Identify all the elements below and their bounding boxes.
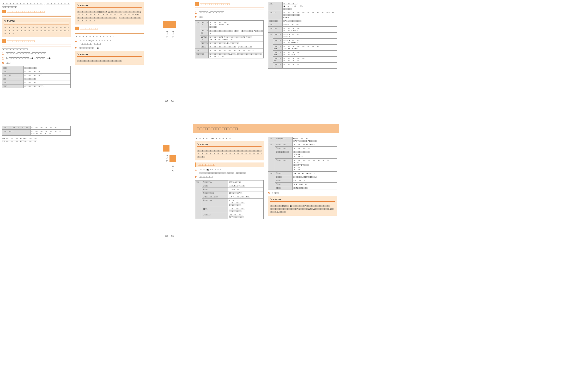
table-cell: □□	[2, 77, 24, 81]
table-cell: □□□24□□□□	[228, 188, 264, 191]
rule	[77, 9, 142, 9]
step-number: 1	[195, 11, 199, 15]
table-row: ▤ □□□□40□□80□□□□	[268, 186, 337, 190]
table-cell: □□□□□□□□□□□□□ □□□□□□□□□□	[228, 207, 264, 213]
table-cell: □□□	[2, 66, 24, 70]
rule	[270, 203, 335, 203]
table-row: ⊞ □□□□1□532□□□□□□7□□	[195, 191, 264, 195]
feature-table: □□□□□□□□□□□□□□□□□□□□□□□□□□□□□□□□□□□□□□□□…	[2, 126, 71, 136]
table-cell: □□40□□80□□□□	[292, 186, 337, 190]
table-row: ⊞ □□□1800□1□1□2099□12□31□	[268, 175, 337, 179]
table-row: □□□□□□□□□□□	[2, 77, 71, 81]
table-cell: □□□□	[200, 45, 208, 49]
gutter-right: カメラ 84	[169, 0, 193, 103]
table-cell: ⊞ □□□No.	[202, 198, 228, 207]
pencil-icon: ✎	[270, 198, 272, 201]
memo-label: memo	[273, 198, 281, 201]
step-text: □□□□□□→□□□□□□□□□	[199, 11, 264, 15]
memo-body: □□□□□□□□□□□□□□□□256□□□512□□□□□□□□□ □□□□□…	[77, 10, 142, 22]
page-number: 83	[165, 100, 168, 102]
page-col-2: ✎ memo □□□□□□□□□□□□□□□□256□□□512□□□□□□□□…	[73, 0, 146, 103]
table-row: □□□□□□□□□□□□□□□□□□□ □□□□□□P.294□	[268, 27, 337, 33]
feature-table: □□□□□□□□□□□□□□□□□□1□□5□□ □□□□1□□□GPS□□□□…	[195, 20, 264, 58]
pencil-icon: ✎	[197, 143, 199, 146]
table-cell: □□□□□□□□□□□□□ □□□□□□P.294□	[282, 27, 337, 33]
banner-title: □□□□□□□□□□□□□□□	[193, 124, 339, 133]
table-cell: □□□□□□□□	[2, 130, 31, 136]
table-cell: □□□□□□□□□	[23, 81, 70, 85]
table-row: □□□□□□P.314□□□□□□□□□ □□□□□□M517□	[268, 39, 337, 45]
step-number: 2	[75, 46, 79, 50]
step-number: 2	[2, 57, 6, 61]
table-cell: 13□□□□□□□	[292, 179, 337, 183]
section-bar: □□□□□□□□□□□□□□□□□□□	[2, 10, 71, 13]
section-title: □□□□□□□□□□□□□□	[7, 40, 35, 43]
table-cell: ⊞ □□□□1□5	[202, 191, 228, 195]
rule	[77, 58, 142, 58]
table-cell: □□□□	[22, 126, 31, 130]
table-row: □□□□□□□□P.83□□□□□□□□□□	[268, 19, 337, 23]
step-text: □□□□□□→□□□□□□□□→□□□□□□□□□	[6, 52, 71, 56]
settings-table: □□□□□□□□□□□□□□□□□□□□□□□□□□□□□□□□□□□□□□□□…	[2, 66, 71, 88]
step-text: □□□□□□→◎ □□□□□□□□□□□□ →□□□□□□□→□□□□	[79, 39, 144, 45]
table-cell: □□□□□□□□□□□ ▣ □□□□□、⊠ □、☒ □ □□□□□□□	[282, 2, 337, 11]
table-row: GPS□□□□□□□□□□□GPS□□□□□□□□□□□□□□GPS□□□□ □…	[195, 35, 264, 41]
page-number: 85	[165, 235, 168, 237]
table-cell: □□□□□□□□□□□□□□□	[23, 85, 70, 88]
table-cell: ⊞ □□□No.	[202, 180, 228, 184]
memo-box: ✎ memo □ □□□□□□□□□□□□□□□□□□□□□□□□□□□□□□□…	[75, 51, 144, 64]
table-cell: □□□	[2, 85, 24, 88]
step-text: □□□□□□□□□	[199, 175, 264, 179]
table-cell: □□□□□	[200, 41, 208, 45]
table-row: □□□□□□□□□□□□□□□□□□□□	[2, 74, 71, 77]
table-row: ⊞ E□□□□□□1□5□□64□□□□□E□□□□6□□	[195, 195, 264, 198]
table-cell: 1800□1□1□2099□12□31□	[292, 175, 337, 179]
rule	[195, 7, 264, 8]
table-cell: □□□□□□	[273, 63, 283, 69]
table-cell: □□□□□□□□□□□□□□□□□□□□	[31, 126, 70, 130]
table-cell: □□□□□□□□□□□□□URL□□□□□□□	[208, 41, 263, 45]
table-cell: ⊞ □□□□□□	[275, 143, 292, 147]
table-cell: □□□□□□□□□1□□5□□ □□□□1□□□GPS□□□□□ □□□□□□	[208, 20, 263, 29]
table-cell: □P.314□□□□□□□□□ □□□□□□M517□	[282, 39, 337, 45]
table-cell: □□□	[2, 70, 24, 74]
page-number: 86	[171, 235, 174, 237]
gutter-right: カメラ 86	[169, 124, 193, 238]
step-number: 1	[195, 168, 199, 174]
rule	[75, 31, 144, 32]
step: 3 □□□	[2, 61, 71, 65]
table-row: □□□□□P.83□□□□□□□□	[268, 23, 337, 27]
table-cell: ⊞ E□□□□□□1□5	[202, 195, 228, 198]
step-number: 2	[195, 15, 199, 19]
table-cell: ⊞ □□□	[275, 175, 292, 179]
section-square-icon	[75, 27, 79, 30]
gutter-left: カメラ 85	[146, 124, 169, 238]
page-col-7: □□□□□□□□□□1,000□□□□□□□□□□□ ✎ memo □□□□□□…	[193, 135, 266, 238]
section-square-icon	[2, 39, 6, 43]
table-cell: ⊞ GPS□□	[275, 137, 292, 143]
table-cell: □□□	[268, 2, 283, 11]
table-cell: GPS□□	[200, 35, 208, 41]
text: □□□□□□□□□□□□□□□□□□	[2, 48, 71, 51]
table-cell: □□□□□□	[200, 29, 208, 35]
table-cell: □□□□□□	[2, 74, 24, 77]
step: 2 □□□□□□□□□□→◉	[75, 46, 144, 50]
step-number: 1	[75, 39, 79, 45]
table-cell: ⊞ □□□	[275, 172, 292, 175]
memo-header: ✎ memo	[77, 53, 142, 57]
memo-box: ✎ memo □□□□□□□□□P.88□□ ▣ □□□□□□□□□+□□□□□…	[268, 196, 337, 215]
table-cell: □□□□	[2, 126, 11, 130]
table-row: ⊞ □□□No.20□□□□□ □□□□□□□□□□□□□ 0□□□□□□□□□	[195, 198, 264, 207]
tab-label: カメラ	[171, 29, 174, 37]
tab-label: カメラ	[165, 29, 168, 37]
step-text: □□□□□□□□□□→◉	[79, 46, 144, 50]
table-row: ⊞ □□C□□□□□□□□□□□□□□□□□□ □P.299□ □□□□M2□	[268, 150, 337, 159]
table-cell: □□□□□	[273, 39, 283, 45]
table-cell: 20□□□□□ □□□□□□□□□□□□□ 0□□□□□□□□□	[228, 198, 264, 207]
memo-header: ✎ memo	[4, 20, 69, 23]
table-row: □□□□□□□□□□□□□	[2, 81, 71, 85]
table-row: ⊞ □□□□□12□□24□□□□	[195, 184, 264, 188]
table-cell: □□□	[268, 172, 275, 190]
section-title: □□□□□□□□□	[80, 27, 98, 30]
table-cell: □□	[268, 143, 275, 172]
